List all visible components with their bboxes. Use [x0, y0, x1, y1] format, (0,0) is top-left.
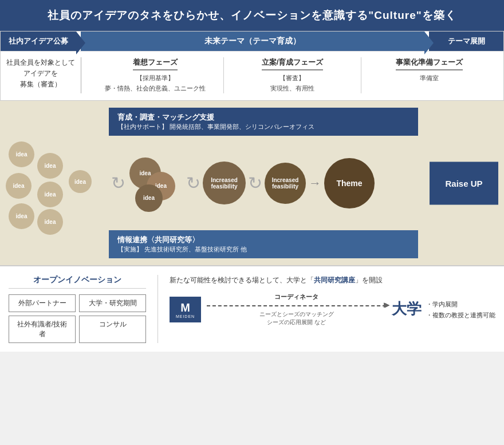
phase-3-detail: 準備室 — [364, 73, 495, 84]
collab-notes: ・学内展開 ・複数の教授と連携可能 — [426, 299, 495, 320]
collab-description: 新たな可能性を検討できる場として、大学と「共同研究講座」を開設 — [170, 275, 495, 286]
partner-box-2: 大学・研究期間 — [79, 294, 146, 312]
university-area: 大学 ・学内展開 ・複数の教授と連携可能 — [392, 299, 495, 320]
phase-block-3: 事業化準備フェーズ 準備室 — [361, 57, 498, 93]
below-text: ニーズとシーズのマッチング シーズの応用展開 など — [259, 310, 334, 326]
info-title: 情報連携〈共同研究等〉 — [117, 235, 410, 245]
sub-process-row: 社員全員を対象として アイデアを 募集（審査） 着想フェーズ 【採用基準】 夢・… — [1, 51, 503, 100]
idea-circle-2: idea — [37, 153, 63, 179]
idea-circle-4: idea — [37, 182, 63, 207]
collab-row: M MEIDEN コーディネータ ▶ ニーズとシーズのマッチング シーズの応用展… — [170, 293, 495, 326]
partner-box-1: 外部パートナー — [9, 294, 76, 312]
info-detail: 【実施】 先進技術研究所、基盤技術研究所 他 — [117, 245, 410, 254]
bottom-section: オープンイノベーション 外部パートナー 大学・研究期間 社外有識者/技術者 コン… — [0, 265, 504, 352]
phase-block-2: 立案/育成フェーズ 【審査】 実現性、有用性 — [223, 57, 360, 93]
page-wrapper: 社員のアイデアのタネをひらかせ、イノベーションを意識する"Culture"を築く… — [0, 0, 504, 352]
feasibility-circle-2: Increased feasibility — [265, 163, 306, 204]
feasibility-circle-1: Increased feasibility — [203, 162, 246, 204]
phase-1-title: 着想フェーズ — [133, 57, 178, 70]
idea-circle-7: idea — [69, 170, 92, 193]
raise-up-box: Raise UP — [430, 162, 498, 204]
university-label: 大学 — [392, 299, 422, 319]
dotted-line: ▶ — [207, 305, 386, 306]
process-section: 社内アイデア公募 未来テーマ（テーマ育成） テーマ展開 社員全員を対象として ア… — [0, 31, 504, 101]
header-title: 社員のアイデアのタネをひらかせ、イノベーションを意識する"Culture"を築く — [48, 9, 456, 21]
sub-phases: 着想フェーズ 【採用基準】 夢・情熱、社会的意義、ユニーク性 立案/育成フェーズ… — [81, 57, 503, 93]
open-innovation-title: オープンイノベーション — [9, 275, 146, 289]
support-title: 育成・調査・マッチング支援 — [117, 112, 410, 123]
support-detail: 【社内サポート】 開発統括部、事業開発部、シリコンバレーオフィス — [117, 123, 410, 131]
idea-cluster-mid: idea idea idea — [127, 155, 184, 212]
meiden-logo-area: M MEIDEN — [170, 297, 201, 322]
partner-box-3: 社外有識者/技術者 — [9, 316, 76, 343]
partner-grid: 外部パートナー 大学・研究期間 社外有識者/技術者 コンサル — [9, 294, 146, 343]
info-box: 情報連携〈共同研究等〉 【実施】 先進技術研究所、基盤技術研究所 他 — [109, 230, 418, 258]
phase-2-criteria: 【審査】 実現性、有用性 — [227, 73, 357, 93]
coordinator-label: コーディネータ — [274, 293, 318, 301]
sub-left-label: 社員全員を対象として アイデアを 募集（審査） — [1, 57, 81, 90]
support-box: 育成・調査・マッチング支援 【社内サポート】 開発統括部、事業開発部、シリコンバ… — [109, 108, 418, 136]
process-label-1: 社内アイデア公募 — [1, 31, 76, 51]
process-label-3: テーマ展開 — [429, 31, 503, 51]
phase-block-1: 着想フェーズ 【採用基準】 夢・情熱、社会的意義、ユニーク性 — [87, 57, 223, 93]
header-banner: 社員のアイデアのタネをひらかせ、イノベーションを意識する"Culture"を築く — [0, 0, 504, 31]
idea-circle-3: idea — [6, 173, 32, 199]
idea-mid-3: idea — [135, 184, 163, 212]
rotate-arrow-3: ↻ — [248, 173, 262, 193]
flow-nodes: ↻ idea idea idea ↻ Increased feasibility… — [106, 136, 421, 230]
rotate-arrow-1: ↻ — [111, 173, 125, 193]
collab-section: 新たな可能性を検討できる場として、大学と「共同研究講座」を開設 M MEIDEN… — [158, 275, 495, 343]
connector-area: コーディネータ ▶ ニーズとシーズのマッチング シーズの応用展開 など — [207, 293, 386, 326]
arrow-right: → — [309, 176, 321, 191]
rotate-arrow-2: ↻ — [186, 173, 200, 193]
process-header-row: 社内アイデア公募 未来テーマ（テーマ育成） テーマ展開 — [1, 31, 503, 51]
partner-box-4: コンサル — [79, 316, 146, 343]
left-ideas-cluster: idea idea idea idea idea idea idea — [3, 136, 109, 222]
phase-1-criteria: 【採用基準】 夢・情熱、社会的意義、ユニーク性 — [90, 73, 220, 93]
process-label-2: 未来テーマ（テーマ育成） — [81, 31, 424, 51]
phase-2-title: 立案/育成フェーズ — [262, 57, 324, 70]
idea-circle-5: idea — [9, 203, 34, 229]
idea-circle-1: idea — [9, 141, 34, 167]
meiden-logo: M MEIDEN — [170, 297, 201, 322]
theme-circle: Theme — [324, 158, 375, 208]
flow-row: idea idea idea idea idea idea idea ↻ ide… — [0, 136, 504, 230]
phase-3-title: 事業化準備フェーズ — [396, 57, 463, 70]
open-innovation-panel: オープンイノベーション 外部パートナー 大学・研究期間 社外有識者/技術者 コン… — [9, 275, 146, 343]
middle-section: Raise UP 育成・調査・マッチング支援 【社内サポート】 開発統括部、事業… — [0, 101, 504, 265]
